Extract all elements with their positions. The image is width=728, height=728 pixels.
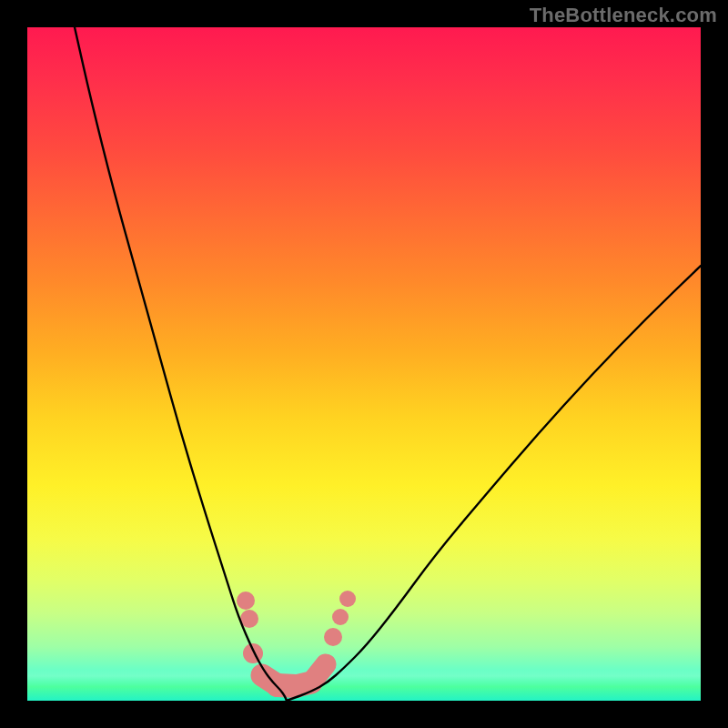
bead-marker: [339, 591, 356, 607]
bead-marker: [332, 609, 349, 625]
left-curve-path: [75, 27, 287, 701]
bead-marker: [324, 628, 342, 646]
marker-cluster: [237, 591, 356, 698]
watermark-text: TheBottleneck.com: [530, 4, 717, 27]
bead-marker: [316, 654, 336, 674]
chart-svg: [27, 27, 701, 701]
bead-marker: [237, 592, 255, 610]
chart-frame: TheBottleneck.com: [0, 0, 728, 728]
bead-marker: [243, 643, 263, 663]
right-curve-path: [287, 266, 701, 701]
